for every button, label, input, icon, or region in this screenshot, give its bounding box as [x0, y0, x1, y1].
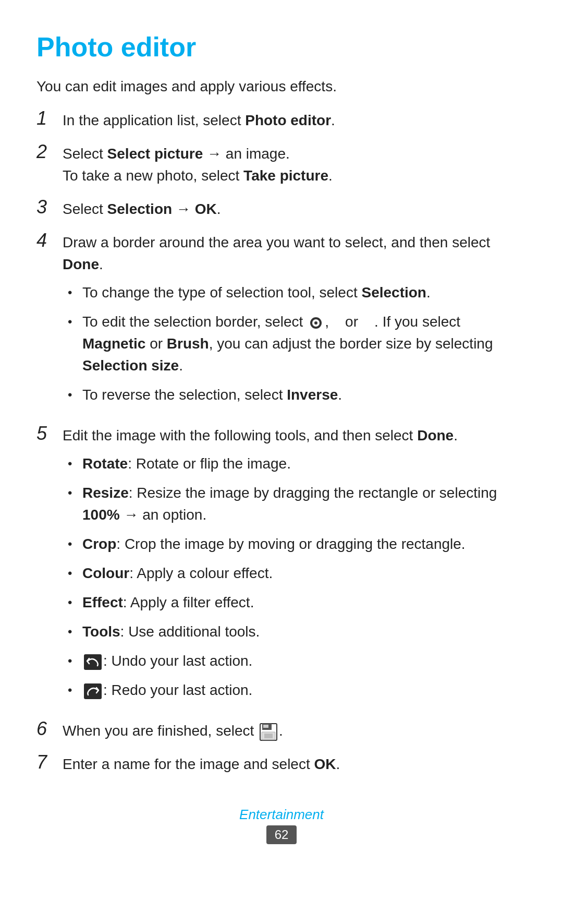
step-number-6: 6: [36, 718, 63, 740]
step-4-substep-2-bold-3: Selection size: [82, 357, 179, 374]
step-2-content: Select Select picture → an image. To tak…: [63, 143, 527, 187]
step-1-content: In the application list, select Photo ed…: [63, 110, 527, 131]
step-7-content: Enter a name for the image and select OK…: [63, 753, 527, 775]
step-7-bold: OK: [314, 756, 336, 772]
step-4-substep-3-text: To reverse the selection, select Inverse…: [82, 384, 342, 406]
step-5-substep-rotate-text: Rotate: Rotate or flip the image.: [82, 453, 291, 475]
step-4-substep-2-bold-1: Magnetic: [82, 335, 145, 352]
step-4-substeps: • To change the type of selection tool, …: [63, 282, 527, 406]
step-6: 6 When you are finished, select .: [36, 720, 527, 742]
step-5-substep-undo-text: : Undo your last action.: [82, 650, 252, 672]
step-5-substep-colour-text: Colour: Apply a colour effect.: [82, 562, 273, 584]
step-4-bold-1: Done: [63, 256, 99, 272]
step-5: 5 Edit the image with the following tool…: [36, 425, 527, 709]
circle-border-icon: [309, 316, 323, 330]
svg-rect-4: [84, 683, 102, 699]
bullet-icon-tools: •: [68, 622, 82, 641]
step-3: 3 Select Selection → OK.: [36, 198, 527, 220]
step-4-substep-3-bold: Inverse: [287, 387, 338, 403]
steps-list: 1 In the application list, select Photo …: [36, 110, 527, 775]
bullet-icon-1: •: [68, 283, 82, 302]
step-number-1: 1: [36, 107, 63, 129]
bullet-icon-undo-bullet: •: [68, 652, 82, 670]
step-5-substep-undo: • : Undo your last action.: [68, 650, 527, 672]
step-5-bold: Done: [417, 427, 454, 443]
step-5-substep-resize: • Resize: Resize the image by dragging t…: [68, 482, 527, 526]
step-4-substep-1-text: To change the type of selection tool, se…: [82, 282, 431, 304]
step-number-2: 2: [36, 141, 63, 163]
step-3-content: Select Selection → OK.: [63, 198, 527, 220]
step-6-content: When you are finished, select .: [63, 720, 527, 742]
step-5-substeps: • Rotate: Rotate or flip the image. • Re…: [63, 453, 527, 701]
colour-bold: Colour: [82, 565, 129, 581]
step-7: 7 Enter a name for the image and select …: [36, 753, 527, 775]
bullet-icon-redo-bullet: •: [68, 681, 82, 700]
bullet-icon-crop: •: [68, 535, 82, 554]
step-2-bold-1: Select picture: [107, 146, 203, 162]
step-1-bold: Photo editor: [245, 112, 331, 128]
rotate-bold: Rotate: [82, 455, 128, 472]
undo-icon: [84, 654, 102, 670]
step-4-substep-3: • To reverse the selection, select Inver…: [68, 384, 527, 406]
step-5-substep-tools-text: Tools: Use additional tools.: [82, 621, 260, 643]
step-4-substep-1: • To change the type of selection tool, …: [68, 282, 527, 304]
step-3-bold-2: OK: [195, 201, 217, 217]
bullet-icon-rotate: •: [68, 454, 82, 473]
bullet-icon-2: •: [68, 313, 82, 331]
svg-point-2: [314, 321, 317, 325]
step-3-bold-1: Selection: [107, 201, 172, 217]
step-1: 1 In the application list, select Photo …: [36, 110, 527, 131]
page-footer: Entertainment 62: [36, 807, 527, 844]
bullet-icon-effect: •: [68, 593, 82, 612]
step-number-7: 7: [36, 751, 63, 773]
step-4-substep-2: • To edit the selection border, select ,…: [68, 311, 527, 377]
step-5-content: Edit the image with the following tools,…: [63, 425, 527, 709]
step-number-5: 5: [36, 423, 63, 445]
step-2: 2 Select Select picture → an image. To t…: [36, 143, 527, 187]
svg-rect-3: [84, 654, 102, 670]
page-title: Photo editor: [36, 31, 527, 63]
bullet-icon-colour: •: [68, 564, 82, 583]
crop-bold: Crop: [82, 536, 116, 552]
step-4-substep-1-bold: Selection: [361, 284, 426, 301]
svg-rect-7: [263, 725, 268, 728]
step-4-content: Draw a border around the area you want t…: [63, 232, 527, 413]
step-number-4: 4: [36, 230, 63, 251]
intro-text: You can edit images and apply various ef…: [36, 78, 527, 95]
step-4: 4 Draw a border around the area you want…: [36, 232, 527, 413]
step-number-3: 3: [36, 196, 63, 218]
step-2-subnote: To take a new photo, select Take picture…: [63, 167, 333, 184]
footer-page-number: 62: [266, 825, 297, 844]
resize-bold: Resize: [82, 485, 129, 501]
step-5-substep-crop: • Crop: Crop the image by moving or drag…: [68, 533, 527, 555]
redo-icon: [84, 683, 102, 699]
step-5-substep-redo: • : Redo your last action.: [68, 679, 527, 701]
step-5-substep-effect-text: Effect: Apply a filter effect.: [82, 592, 254, 614]
step-5-substep-tools: • Tools: Use additional tools.: [68, 621, 527, 643]
save-floppy-icon: [260, 723, 277, 741]
step-5-substep-colour: • Colour: Apply a colour effect.: [68, 562, 527, 584]
step-4-substep-2-bold-2: Brush: [167, 335, 209, 352]
resize-100-bold: 100%: [82, 507, 120, 523]
effect-bold: Effect: [82, 594, 123, 610]
step-5-substep-resize-text: Resize: Resize the image by dragging the…: [82, 482, 527, 526]
step-5-substep-effect: • Effect: Apply a filter effect.: [68, 592, 527, 614]
svg-rect-9: [264, 734, 273, 738]
bullet-icon-3: •: [68, 386, 82, 404]
footer-category: Entertainment: [36, 807, 527, 823]
step-4-substep-2-text: To edit the selection border, select , o…: [82, 311, 527, 377]
step-5-substep-rotate: • Rotate: Rotate or flip the image.: [68, 453, 527, 475]
step-5-substep-redo-text: : Redo your last action.: [82, 679, 252, 701]
step-2-bold-2: Take picture: [243, 167, 328, 184]
step-5-substep-crop-text: Crop: Crop the image by moving or draggi…: [82, 533, 466, 555]
bullet-icon-resize: •: [68, 484, 82, 502]
tools-bold: Tools: [82, 623, 120, 640]
